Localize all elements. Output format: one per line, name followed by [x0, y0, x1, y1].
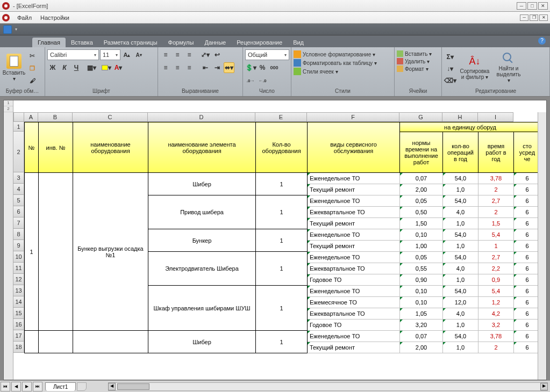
tab-insert[interactable]: Вставка: [66, 38, 98, 47]
paste-button[interactable]: Вставить▾: [2, 49, 26, 86]
align-left-button[interactable]: ≡: [160, 62, 171, 73]
row-header-18[interactable]: 18: [13, 342, 24, 353]
autosum-button[interactable]: Σ▾: [444, 52, 456, 62]
align-middle-button[interactable]: ≡: [172, 49, 183, 60]
font-name-combo[interactable]: Calibri▾: [47, 49, 99, 60]
mdi-minimize-button[interactable]: ─: [520, 14, 528, 21]
row-header-7[interactable]: 7: [13, 217, 24, 229]
grow-font-button[interactable]: A▴: [122, 49, 132, 60]
col-header-B[interactable]: B: [38, 112, 73, 122]
delete-cells-button[interactable]: Удалить ▾: [397, 58, 430, 64]
align-right-button[interactable]: ≡: [184, 62, 195, 73]
col-header-A[interactable]: A: [24, 112, 38, 122]
row-header-9[interactable]: 9: [13, 240, 24, 251]
fill-color-button[interactable]: ▾: [101, 62, 112, 73]
format-painter-button[interactable]: [27, 75, 38, 86]
row-header-3[interactable]: 3: [13, 172, 24, 184]
copy-button[interactable]: [27, 63, 38, 74]
wrap-text-button[interactable]: ↩: [212, 49, 223, 60]
app-menu-icon[interactable]: [2, 14, 10, 21]
mdi-restore-button[interactable]: ❐: [530, 14, 538, 21]
conditional-formatting-button[interactable]: Условное форматирование ▾: [294, 50, 375, 58]
row-header-12[interactable]: 12: [13, 274, 24, 285]
horizontal-scrollbar[interactable]: ◀ ▶: [108, 382, 548, 391]
select-all-corner[interactable]: [13, 112, 24, 122]
tab-data[interactable]: Данные: [199, 38, 231, 47]
font-size-combo[interactable]: 11▾: [100, 49, 120, 60]
row-header-5[interactable]: 5: [13, 195, 24, 206]
tab-review[interactable]: Рецензирование: [231, 38, 288, 47]
format-as-table-button[interactable]: Форматировать как таблицу ▾: [294, 59, 377, 67]
sheet-tab-1[interactable]: Лист1: [45, 382, 76, 391]
worksheet[interactable]: 12 ABCDEFGHI 123456789101112131415161718…: [3, 100, 547, 380]
shrink-font-button[interactable]: A▾: [133, 49, 144, 60]
comma-button[interactable]: 000: [269, 62, 280, 73]
grid-body[interactable]: №инв. №наименование оборудованиянаименов…: [24, 122, 546, 380]
hscroll-thumb[interactable]: [117, 383, 149, 390]
row-header-14[interactable]: 14: [13, 296, 24, 308]
row-header-6[interactable]: 6: [13, 206, 24, 217]
maximize-button[interactable]: □: [527, 2, 537, 10]
align-top-button[interactable]: ≡: [160, 49, 171, 60]
sheet-nav-prev[interactable]: ◀: [11, 382, 21, 391]
col-header-G[interactable]: G: [399, 112, 442, 122]
bold-button[interactable]: Ж: [47, 62, 58, 73]
tab-pagelayout[interactable]: Разметка страницы: [98, 38, 163, 47]
row-header-10[interactable]: 10: [13, 251, 24, 263]
row-headers[interactable]: 123456789101112131415161718: [13, 122, 24, 353]
sheet-nav-first[interactable]: ⏮: [1, 382, 10, 391]
increase-decimal-button[interactable]: .0→: [245, 75, 256, 86]
row-header-13[interactable]: 13: [13, 285, 24, 296]
col-header-E[interactable]: E: [255, 112, 307, 122]
row-header-8[interactable]: 8: [13, 229, 24, 240]
menu-file[interactable]: Файл: [16, 13, 33, 22]
tab-formulas[interactable]: Формулы: [163, 38, 199, 47]
col-header-I[interactable]: I: [478, 112, 513, 122]
tab-home[interactable]: Главная: [32, 38, 66, 47]
sheet-nav-last[interactable]: ⏭: [33, 382, 42, 391]
sheet-nav-next[interactable]: ▶: [22, 382, 32, 391]
fill-button[interactable]: ↓▾: [444, 63, 456, 74]
cut-button[interactable]: [27, 50, 38, 61]
help-icon[interactable]: ?: [538, 37, 546, 45]
minimize-button[interactable]: ─: [517, 2, 526, 10]
menu-settings[interactable]: Настройки: [39, 13, 70, 22]
align-center-button[interactable]: ≡: [172, 62, 183, 73]
hscroll-left[interactable]: ◀: [108, 383, 116, 390]
underline-button[interactable]: Ч: [71, 62, 82, 73]
border-button[interactable]: ▦▾: [86, 62, 97, 73]
col-header-H[interactable]: H: [442, 112, 478, 122]
tab-view[interactable]: Вид: [288, 38, 309, 47]
merge-center-button[interactable]: ⬌▾: [224, 62, 234, 73]
percent-button[interactable]: %: [257, 62, 268, 73]
italic-button[interactable]: К: [59, 62, 70, 73]
sort-filter-button[interactable]: Â↓ Сортировка и фильтр ▾: [458, 49, 491, 86]
format-cells-button[interactable]: Формат ▾: [397, 66, 428, 72]
outline-bar[interactable]: 12: [4, 100, 13, 380]
clear-button[interactable]: ⌫▾: [444, 75, 456, 86]
number-format-combo[interactable]: Общий▾: [245, 49, 289, 60]
row-header-1[interactable]: 1: [13, 122, 24, 132]
row-header-15[interactable]: 15: [13, 308, 24, 319]
row-header-16[interactable]: 16: [13, 319, 24, 330]
hscroll-right[interactable]: ▶: [540, 383, 548, 390]
decrease-decimal-button[interactable]: ←.0: [257, 75, 268, 86]
find-select-button[interactable]: Найти и выделить ▾: [494, 49, 524, 86]
col-header-C[interactable]: C: [73, 112, 148, 122]
align-bottom-button[interactable]: ≡: [184, 49, 195, 60]
close-button[interactable]: ✕: [538, 2, 548, 10]
column-headers[interactable]: ABCDEFGHI: [24, 112, 513, 122]
row-header-2[interactable]: 2: [13, 132, 24, 172]
qat-save-button[interactable]: [3, 25, 12, 34]
mdi-close-button[interactable]: ✕: [539, 14, 548, 21]
accounting-format-button[interactable]: 💲▾: [245, 62, 256, 73]
row-header-11[interactable]: 11: [13, 263, 24, 274]
col-header-D[interactable]: D: [148, 112, 255, 122]
col-header-F[interactable]: F: [307, 112, 399, 122]
row-header-4[interactable]: 4: [13, 184, 24, 195]
qat-dropdown-icon[interactable]: ▾: [14, 26, 18, 33]
vertical-scrollbar[interactable]: [538, 112, 546, 380]
increase-indent-button[interactable]: ⇥: [212, 62, 223, 73]
insert-cells-button[interactable]: Вставить ▾: [397, 50, 432, 57]
row-header-17[interactable]: 17: [13, 330, 24, 342]
